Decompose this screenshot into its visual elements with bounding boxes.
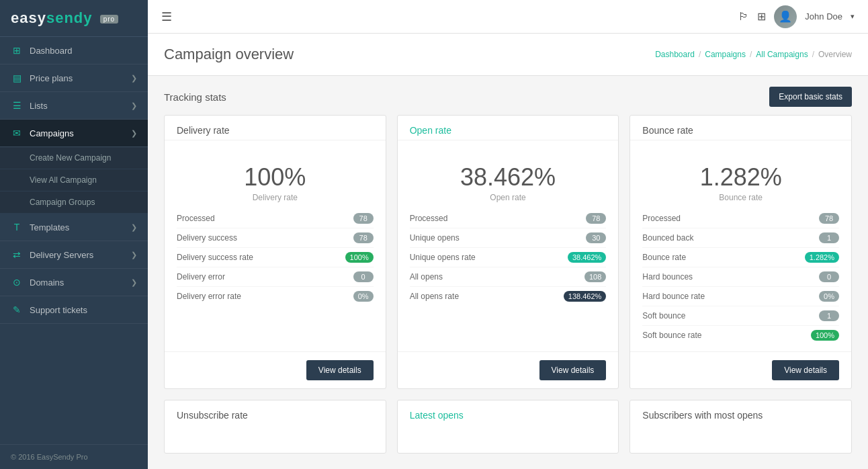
- sidebar-item-support-tickets[interactable]: ✎ Support tickets: [0, 296, 148, 324]
- campaigns-submenu: Create New Campaign View All Campaign Ca…: [0, 147, 148, 214]
- grid-icon[interactable]: ⊞: [757, 10, 766, 23]
- stat-label: Processed: [642, 214, 681, 223]
- stat-badge: 78: [819, 213, 839, 224]
- avatar[interactable]: 👤: [774, 5, 797, 28]
- stat-badge: 0: [819, 271, 839, 282]
- delivery-view-details-button[interactable]: View details: [306, 360, 374, 380]
- stat-row: Soft bounce rate 100%: [642, 326, 839, 345]
- open-view-details-button[interactable]: View details: [539, 360, 607, 380]
- breadcrumb-sep: /: [699, 50, 701, 59]
- open-card-footer: View details: [398, 351, 619, 388]
- delivery-big-label: Delivery rate: [177, 193, 374, 202]
- sidebar-item-templates[interactable]: T Templates ❯: [0, 214, 148, 241]
- sidebar-item-campaigns[interactable]: ✉ Campaigns ❯: [0, 120, 148, 147]
- stat-badge: 1: [819, 232, 839, 243]
- stat-badge: 30: [586, 232, 606, 243]
- sidebar-item-price-plans[interactable]: ▤ Price plans ❯: [0, 65, 148, 92]
- dashboard-icon: ⊞: [11, 45, 23, 56]
- breadcrumb-overview: Overview: [818, 50, 852, 59]
- user-dropdown-icon[interactable]: ▾: [851, 12, 855, 21]
- sidebar-item-lists[interactable]: ☰ Lists ❯: [0, 92, 148, 120]
- subscribers-most-opens-title: Subscribers with most opens: [642, 410, 839, 421]
- main-content: ☰ 🏳 ⊞ 👤 John Doe ▾ Campaign overview Das…: [148, 0, 868, 469]
- stat-badge: 0%: [353, 291, 374, 302]
- bounce-rate-card-header: Bounce rate: [630, 116, 851, 140]
- stat-label: Delivery success: [177, 233, 237, 243]
- chevron-right-icon: ❯: [131, 74, 137, 83]
- stat-label: Hard bounces: [642, 272, 693, 282]
- stat-badge: 100%: [811, 330, 839, 341]
- stat-label: Unique opens: [410, 233, 460, 243]
- stat-badge: 108: [584, 271, 606, 282]
- bounce-view-details-button[interactable]: View details: [772, 360, 839, 380]
- chevron-down-icon: ❯: [131, 129, 137, 138]
- sidebar-item-delivery-servers[interactable]: ⇄ Delivery Servers ❯: [0, 241, 148, 269]
- stat-badge: 0: [353, 271, 374, 282]
- tracking-stats-header: Tracking stats Export basic stats: [148, 76, 868, 115]
- stat-row: Processed 78: [177, 209, 374, 228]
- delivery-rate-card: Delivery rate 100% Delivery rate Process…: [164, 115, 386, 389]
- stat-badge: 78: [586, 213, 606, 224]
- stat-label: Processed: [410, 214, 448, 223]
- sidebar-footer: © 2016 EasySendy Pro: [0, 444, 148, 469]
- stat-label: All opens rate: [410, 292, 459, 301]
- sidebar-item-campaign-groups[interactable]: Campaign Groups: [0, 191, 148, 214]
- stat-row: Soft bounce 1: [642, 306, 839, 326]
- sidebar: easysendy pro ⊞ Dashboard ▤ Price plans …: [0, 0, 148, 469]
- sidebar-item-view-all-campaign[interactable]: View All Campaign: [0, 169, 148, 191]
- stat-row: Unique opens rate 38.462%: [410, 248, 607, 267]
- bottom-cards-row: Unsubscribe rate Latest opens Subscriber…: [148, 400, 868, 464]
- stat-badge: 1: [819, 310, 839, 321]
- stat-row: Unique opens 30: [410, 228, 607, 248]
- open-big-label: Open rate: [410, 193, 607, 202]
- stat-label: All opens: [410, 272, 443, 282]
- stat-label: Hard bounce rate: [642, 292, 705, 301]
- breadcrumb-dashboard[interactable]: Dashboard: [655, 50, 695, 59]
- breadcrumb-all-campaigns[interactable]: All Campaigns: [756, 50, 808, 59]
- sidebar-item-label: Support tickets: [30, 305, 87, 315]
- lists-icon: ☰: [11, 100, 23, 111]
- templates-icon: T: [11, 222, 23, 232]
- stat-label: Soft bounce: [642, 311, 685, 321]
- support-icon: ✎: [11, 304, 23, 315]
- sidebar-item-domains[interactable]: ⊙ Domains ❯: [0, 269, 148, 296]
- breadcrumb: Dashboard / Campaigns / All Campaigns / …: [655, 50, 852, 59]
- latest-opens-title: Latest opens: [410, 410, 607, 421]
- subscribers-most-opens-card: Subscribers with most opens: [630, 400, 852, 454]
- stat-badge: 138.462%: [564, 291, 607, 302]
- stat-row: Bounced back 1: [642, 228, 839, 248]
- flag-icon[interactable]: 🏳: [738, 11, 749, 23]
- latest-opens-card: Latest opens: [397, 400, 619, 454]
- stat-label: Delivery error rate: [177, 292, 241, 301]
- breadcrumb-sep: /: [750, 50, 752, 59]
- stat-row: Delivery error 0: [177, 267, 374, 287]
- bounce-rate-card-body: 1.282% Bounce rate Processed 78 Bounced …: [630, 140, 851, 351]
- export-basic-stats-button[interactable]: Export basic stats: [769, 87, 852, 107]
- menu-toggle-icon[interactable]: ☰: [161, 9, 172, 24]
- price-plans-icon: ▤: [11, 73, 23, 83]
- sidebar-item-dashboard[interactable]: ⊞ Dashboard: [0, 37, 148, 65]
- stat-row: Processed 78: [642, 209, 839, 228]
- logo-pro-badge: pro: [100, 15, 118, 24]
- open-big-number: 38.462%: [410, 163, 607, 191]
- stat-row: All opens 108: [410, 267, 607, 287]
- user-name[interactable]: John Doe: [805, 11, 842, 22]
- bounce-rate-card: Bounce rate 1.282% Bounce rate Processed…: [630, 115, 852, 389]
- chevron-right-icon: ❯: [131, 278, 137, 287]
- stat-label: Bounce rate: [642, 253, 686, 262]
- open-rate-card-header: Open rate: [398, 116, 619, 140]
- unsubscribe-rate-title: Unsubscribe rate: [177, 410, 374, 421]
- delivery-rate-card-body: 100% Delivery rate Processed 78 Delivery…: [165, 140, 386, 351]
- bounce-big-number: 1.282%: [642, 163, 839, 191]
- stat-row: Delivery success 78: [177, 228, 374, 248]
- stat-row: Processed 78: [410, 209, 607, 228]
- stat-badge: 38.462%: [568, 252, 606, 263]
- breadcrumb-campaigns[interactable]: Campaigns: [705, 50, 746, 59]
- sidebar-item-create-campaign[interactable]: Create New Campaign: [0, 147, 148, 169]
- chevron-right-icon: ❯: [131, 223, 137, 232]
- stat-cards-row: Delivery rate 100% Delivery rate Process…: [148, 115, 868, 400]
- sidebar-item-label: Campaigns: [30, 128, 74, 138]
- stat-row: All opens rate 138.462%: [410, 287, 607, 306]
- bounce-big-stat: 1.282% Bounce rate: [642, 147, 839, 209]
- stat-label: Delivery success rate: [177, 253, 253, 262]
